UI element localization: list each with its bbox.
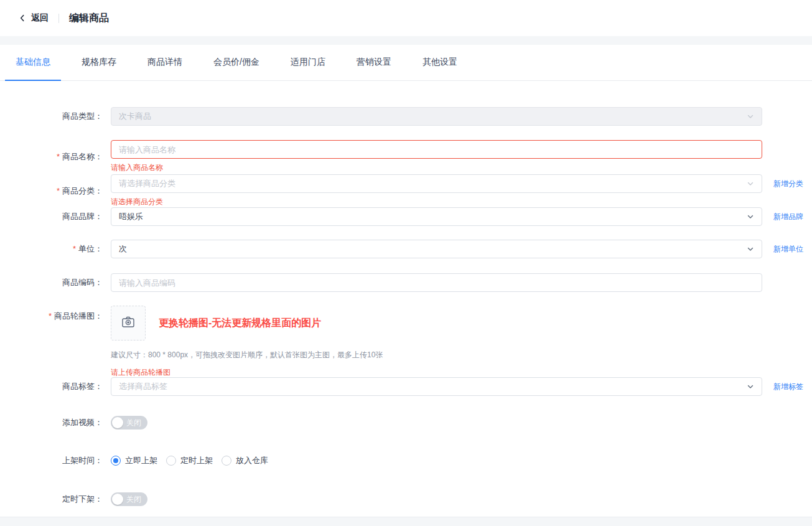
scheduled-off-toggle[interactable]: 关闭 [111,492,147,506]
tab-member-price-commission[interactable]: 会员价/佣金 [203,45,270,81]
product-brand-value: 唔娱乐 [119,211,143,222]
product-tag-placeholder: 选择商品标签 [119,381,167,392]
product-type-label: 商品类型： [0,107,103,126]
scheduled-off-toggle-text: 关闭 [126,494,141,505]
row-shelf-time: 上架时间： 立即上架 定时上架 放入仓库 [0,451,812,470]
row-product-code: 商品编码： [0,273,812,292]
radio-icon [111,456,121,466]
chevron-down-icon [747,213,754,220]
edit-product-page: 返回 编辑商品 基础信息 规格库存 商品详情 会员价/佣金 适用门店 营销设置 … [0,0,812,526]
row-product-tag: 商品标签： 选择商品标签 新增标签 [0,377,812,396]
shelf-time-radio-group: 立即上架 定时上架 放入仓库 [111,455,812,466]
radio-icon [222,456,231,466]
radio-scheduled-shelf[interactable]: 定时上架 [166,455,213,466]
add-tag-link[interactable]: 新增标签 [773,382,803,392]
carousel-warning-text: 更换轮播图-无法更新规格里面的图片 [159,317,321,330]
background-strip-top [0,36,812,45]
back-label: 返回 [31,12,49,24]
product-type-value: 次卡商品 [119,111,151,122]
row-product-type: 商品类型： 次卡商品 [0,107,812,126]
row-unit: *单位： 次 新增单位 [0,240,812,258]
chevron-down-icon [747,245,754,253]
radio-immediate-shelf[interactable]: 立即上架 [111,455,157,466]
toggle-knob [112,494,123,505]
required-asterisk: * [73,244,76,253]
row-add-video: 添加视频： 关闭 [0,413,812,432]
scheduled-off-label: 定时下架： [0,490,103,509]
tab-marketing-settings[interactable]: 营销设置 [346,45,402,81]
chevron-down-icon [747,180,754,187]
shelf-time-label: 上架时间： [0,451,103,470]
add-brand-link[interactable]: 新增品牌 [773,212,803,222]
carousel-label: *商品轮播图： [0,306,103,321]
row-scheduled-off: 定时下架： 关闭 [0,490,812,509]
chevron-left-icon [17,13,27,23]
camera-icon [121,314,136,332]
product-brand-select[interactable]: 唔娱乐 [111,207,762,226]
tab-applicable-stores[interactable]: 适用门店 [280,45,336,81]
header-divider [58,14,59,23]
product-name-error: 请输入商品名称 [111,162,812,173]
row-product-brand: 商品品牌： 唔娱乐 新增品牌 [0,207,812,226]
tab-other-settings[interactable]: 其他设置 [412,45,468,81]
product-type-select: 次卡商品 [111,107,762,126]
unit-select[interactable]: 次 [111,240,762,258]
unit-label: *单位： [0,240,103,258]
product-name-input[interactable] [111,140,762,159]
unit-value: 次 [119,243,127,255]
page-header: 返回 编辑商品 [0,0,812,36]
radio-put-in-warehouse[interactable]: 放入仓库 [222,455,268,466]
carousel-upload-button[interactable] [111,306,146,340]
tab-product-detail[interactable]: 商品详情 [137,45,193,81]
tab-spec-stock[interactable]: 规格库存 [71,45,127,81]
carousel-error: 请上传商品轮播图 [111,368,812,377]
row-carousel: *商品轮播图： 更换轮播图-无法更新规格里面的图片 [0,306,812,377]
required-asterisk: * [49,311,52,321]
required-asterisk: * [57,186,60,195]
chevron-down-icon [747,383,754,390]
add-category-link[interactable]: 新增分类 [773,179,803,189]
add-video-toggle[interactable]: 关闭 [111,416,147,430]
tab-basic-info[interactable]: 基础信息 [5,45,61,81]
product-code-label: 商品编码： [0,273,103,292]
product-category-select[interactable]: 请选择商品分类 [111,174,762,193]
chevron-down-icon [747,113,754,120]
back-button[interactable]: 返回 [17,12,49,24]
product-tag-select[interactable]: 选择商品标签 [111,377,762,396]
product-category-placeholder: 请选择商品分类 [119,178,175,189]
carousel-hint-text: 建议尺寸：800 * 800px，可拖拽改变图片顺序，默认首张图为主图，最多上传… [111,350,812,360]
radio-icon [166,456,176,466]
product-brand-label: 商品品牌： [0,207,103,226]
required-asterisk: * [57,152,60,161]
product-category-error: 请选择商品分类 [111,197,812,207]
product-name-label: *商品名称： [0,148,103,166]
product-tag-label: 商品标签： [0,377,103,396]
add-unit-link[interactable]: 新增单位 [773,244,803,255]
row-product-category: *商品分类： 请选择商品分类 新增分类 请选择商品分类 [0,174,812,207]
row-product-name: *商品名称： 请输入商品名称 [0,140,812,173]
add-video-label: 添加视频： [0,413,103,432]
add-video-toggle-text: 关闭 [126,418,141,428]
page-title: 编辑商品 [69,12,109,25]
toggle-knob [112,417,123,428]
product-category-label: *商品分类： [0,182,103,200]
tab-bar: 基础信息 规格库存 商品详情 会员价/佣金 适用门店 营销设置 其他设置 [0,45,812,81]
product-code-input[interactable] [111,273,762,292]
form-content: 商品类型： 次卡商品 *商品名称： 请输入商品名称 [0,81,812,517]
background-strip-bottom [0,517,812,526]
